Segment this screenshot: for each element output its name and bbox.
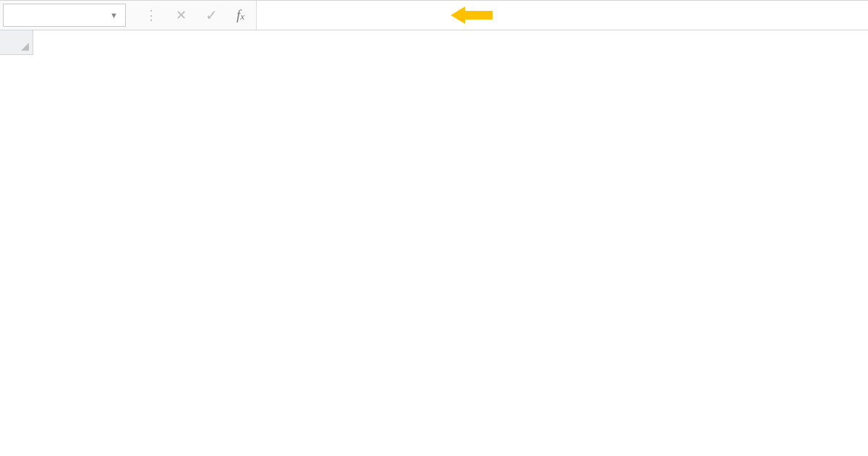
formula-bar-buttons: ⋮ ✕ ✓ fx <box>129 1 256 30</box>
svg-marker-0 <box>451 7 493 24</box>
enter-icon[interactable]: ✓ <box>205 7 218 24</box>
formula-bar: ▼ ⋮ ✕ ✓ fx <box>0 0 868 30</box>
column-headers <box>33 30 868 55</box>
cancel-icon[interactable]: ✕ <box>176 7 187 23</box>
dropdown-icon[interactable]: ▼ <box>110 11 118 20</box>
formula-input[interactable] <box>256 1 868 30</box>
select-all-corner[interactable] <box>0 30 33 55</box>
spreadsheet-grid <box>0 30 868 456</box>
more-icon[interactable]: ⋮ <box>145 7 157 23</box>
name-box[interactable]: ▼ <box>3 4 126 27</box>
fx-icon[interactable]: fx <box>237 7 244 23</box>
arrow-callout-icon <box>451 4 494 26</box>
